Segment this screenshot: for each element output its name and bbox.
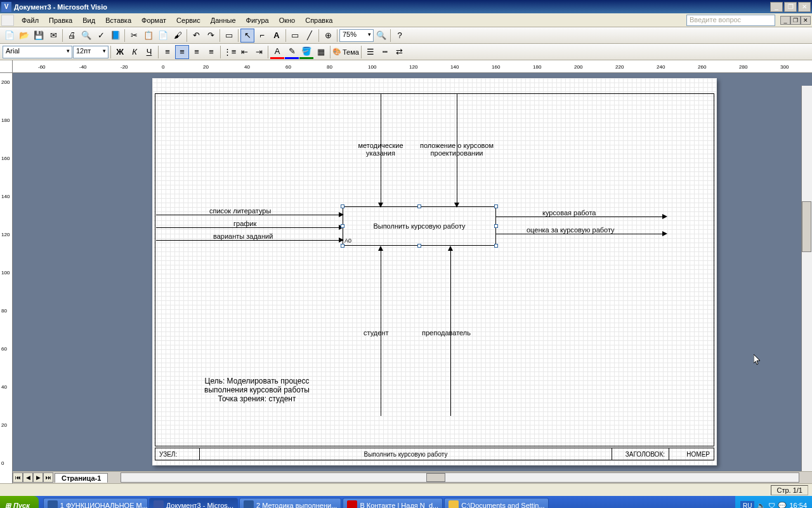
mail-button[interactable]: ✉	[46, 29, 60, 43]
label-regulation[interactable]: положение о курсовом проектировании	[416, 142, 498, 157]
vertical-scrollbar[interactable]	[801, 86, 812, 471]
text-tool-button[interactable]: A	[270, 29, 284, 43]
menu-view[interactable]: Вид	[77, 15, 100, 25]
mdi-restore-button[interactable]: ❐	[790, 16, 801, 25]
align-left-button[interactable]: ≡	[160, 45, 174, 59]
menu-format[interactable]: Формат	[136, 15, 171, 25]
close-button[interactable]: ✕	[798, 2, 811, 12]
task-word-func[interactable]: 1 ФУНКЦИОНАЛЬНОЕ М...	[43, 498, 148, 508]
paste-button[interactable]: 📄	[156, 29, 170, 43]
label-student[interactable]: студент	[363, 329, 388, 337]
label-output-work[interactable]: курсовая работа	[542, 209, 596, 217]
zoom-button[interactable]: 🔍	[374, 29, 388, 43]
input-arrow-variants[interactable]	[156, 240, 343, 241]
task-opera-vk[interactable]: В Контакте | Надя N_d...	[343, 498, 443, 508]
zoom-selector[interactable]: 75%	[339, 29, 374, 42]
drawing-page[interactable]: методические указания положение о курсов…	[152, 78, 717, 465]
nav-last-button[interactable]: ⏭	[43, 472, 53, 483]
tray-icon[interactable]: 🔈	[757, 502, 766, 509]
input-arrow-schedule[interactable]	[156, 227, 343, 228]
open-button[interactable]: 📂	[17, 29, 31, 43]
menu-file[interactable]: Файл	[16, 15, 44, 25]
start-button[interactable]: ⊞Пуск	[0, 496, 39, 508]
output-arrow-work[interactable]	[496, 217, 666, 217]
font-color-button[interactable]: A	[270, 45, 284, 59]
tray-icon[interactable]: 🛡	[768, 502, 775, 508]
vertical-ruler[interactable]: 200 180 160 140 120 100 80 60 40 20 0	[0, 73, 13, 483]
system-tray[interactable]: RU 🔈 🛡 💬 16:54	[735, 496, 812, 508]
menu-help[interactable]: Справка	[300, 15, 337, 25]
language-indicator[interactable]: RU	[740, 501, 754, 509]
label-variants[interactable]: варианты заданий	[213, 232, 273, 240]
bullets-button[interactable]: ⋮≡	[223, 45, 237, 59]
clock[interactable]: 16:54	[789, 502, 807, 508]
redo-button[interactable]: ↷	[204, 29, 218, 43]
help-button[interactable]: ?	[393, 29, 407, 43]
increase-indent-button[interactable]: ⇥	[252, 45, 266, 59]
horizontal-scrollbar[interactable]	[121, 472, 799, 483]
task-explorer[interactable]: C:\Documents and Settin...	[444, 498, 549, 508]
tray-icon[interactable]: 💬	[778, 502, 787, 509]
font-size-selector[interactable]: 12пт	[73, 46, 108, 58]
line-pattern-button[interactable]: ┅	[378, 45, 392, 59]
theme-button[interactable]: 🎨Тема	[332, 45, 359, 59]
task-word-method[interactable]: 2 Методика выполнени...	[239, 498, 341, 508]
label-teacher[interactable]: преподаватель	[422, 329, 471, 337]
save-button[interactable]: 💾	[32, 29, 46, 43]
nav-next-button[interactable]: ▶	[33, 472, 43, 483]
font-name-selector[interactable]: Arial	[3, 46, 72, 58]
visio-icon[interactable]	[1, 15, 14, 26]
line-ends-button[interactable]: ⇄	[393, 45, 407, 59]
nav-first-button[interactable]: ⏮	[13, 472, 23, 483]
bold-button[interactable]: Ж	[113, 45, 127, 59]
label-methodical[interactable]: методические указания	[349, 142, 412, 157]
decrease-indent-button[interactable]: ⇤	[237, 45, 251, 59]
horizontal-ruler[interactable]: -60 -40 -20 0 20 40 60 80 100 120 140 16…	[13, 60, 812, 73]
cut-button[interactable]: ✂	[127, 29, 141, 43]
main-process-box[interactable]: Выполнить курсовую работу A0	[343, 206, 496, 246]
purpose-text[interactable]: Цель: Моделировать процесс выполнения ку…	[193, 377, 320, 403]
menu-window[interactable]: Окно	[274, 15, 301, 25]
connector-tool-button[interactable]: ⌐	[255, 29, 269, 43]
label-schedule[interactable]: график	[233, 220, 256, 227]
menu-service[interactable]: Сервис	[171, 15, 206, 25]
undo-button[interactable]: ↶	[189, 29, 203, 43]
print-preview-button[interactable]: 🔍	[79, 29, 93, 43]
title-block[interactable]: УЗЕЛ: Выполнить курсовую работу ЗАГОЛОВО…	[155, 448, 714, 460]
mdi-close-button[interactable]: ✕	[801, 16, 811, 25]
line-tool-button[interactable]: ╱	[303, 29, 317, 43]
label-literature[interactable]: список литературы	[209, 207, 271, 215]
menu-shape[interactable]: Фигура	[241, 15, 274, 25]
output-arrow-grade[interactable]	[496, 234, 666, 234]
align-center-button[interactable]: ≡	[175, 45, 189, 59]
page-tab-1[interactable]: Страница-1	[55, 473, 108, 483]
shapes-panel-button[interactable]: ▭	[222, 29, 236, 43]
format-painter-button[interactable]: 🖌	[171, 29, 185, 43]
line-weight-button[interactable]: ☰	[363, 45, 377, 59]
line-color-button[interactable]: ✎	[285, 45, 299, 59]
align-right-button[interactable]: ≡	[190, 45, 204, 59]
italic-button[interactable]: К	[128, 45, 141, 59]
input-arrow-literature[interactable]	[156, 215, 343, 215]
shadow-button[interactable]: ▦	[314, 45, 328, 59]
spellcheck-button[interactable]: ✓	[94, 29, 108, 43]
print-button[interactable]: 🖨	[65, 29, 79, 43]
fill-color-button[interactable]: 🪣	[299, 45, 313, 59]
canvas[interactable]: методические указания положение о курсов…	[13, 73, 812, 471]
mdi-minimize-button[interactable]: _	[780, 16, 790, 25]
task-visio-doc3[interactable]: Документ3 - Micros...	[149, 498, 238, 508]
minimize-button[interactable]: _	[770, 2, 783, 12]
new-button[interactable]: 📄	[3, 29, 16, 43]
nav-prev-button[interactable]: ◀	[23, 472, 33, 483]
help-question-input[interactable]: Введите вопрос	[686, 15, 775, 26]
research-button[interactable]: 📘	[108, 29, 122, 43]
menu-data[interactable]: Данные	[206, 15, 241, 25]
align-justify-button[interactable]: ≡	[204, 45, 218, 59]
maximize-button[interactable]: ❐	[784, 2, 797, 12]
connect-points-button[interactable]: ⊕	[321, 29, 335, 43]
label-output-grade[interactable]: оценка за курсовую работу	[527, 226, 615, 234]
pointer-tool-button[interactable]: ↖	[240, 29, 254, 43]
underline-button[interactable]: Ч	[142, 45, 156, 59]
menu-edit[interactable]: Правка	[44, 15, 77, 25]
copy-button[interactable]: 📋	[141, 29, 155, 43]
